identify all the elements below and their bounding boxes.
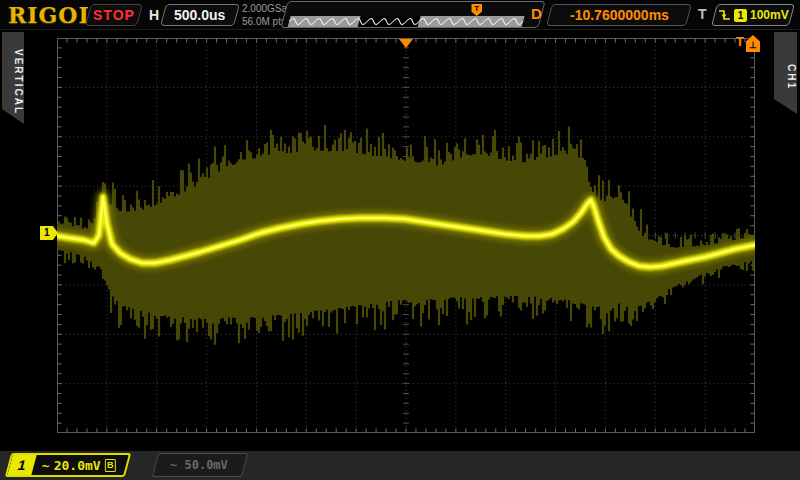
timebase-box[interactable]: 500.0us	[160, 4, 240, 26]
run-state-label: STOP	[93, 7, 135, 23]
ch1-status-box[interactable]: 1 ~ 20.0mV B	[5, 453, 131, 477]
ch2-coupling-and-scale: ~ 50.0mV	[170, 458, 228, 472]
horizontal-label: H	[149, 7, 159, 23]
trigger-delay-value: -10.7600000ms	[570, 7, 669, 23]
measurement-freq-ch1[interactable]: Freq = 411.5 Hz	[65, 437, 182, 452]
ch1-coupling-icon: ~	[42, 458, 50, 473]
trigger-delay-box[interactable]: -10.7600000ms	[546, 4, 692, 26]
trigger-label: T	[698, 6, 707, 22]
waveform-display-area	[57, 38, 755, 433]
waveform-preview-bar[interactable]: T	[280, 1, 545, 28]
memory-waveform-thumbnail	[285, 2, 542, 29]
rigol-logo: RIGOL	[8, 2, 95, 28]
trigger-level-offscreen-marker: T ⊥	[736, 35, 760, 52]
run-stop-status[interactable]: STOP	[85, 4, 143, 26]
ch2-status-box[interactable]: ~ 50.0mV	[152, 453, 248, 477]
trigger-source-badge: 1	[734, 9, 747, 22]
trigger-level-up-arrow-icon: ⊥	[746, 35, 760, 52]
falling-edge-icon	[718, 8, 731, 22]
measurement-vpp-ch2-selected[interactable]: Vpp = ****	[637, 437, 715, 452]
ch1-scale-value: 20.0mV	[54, 458, 101, 473]
oscilloscope-screen: RIGOL STOP H 500.0us 2.000GSa/s 56.0M pt…	[0, 0, 800, 480]
delay-label: D	[531, 5, 542, 22]
measurement-period-ch1[interactable]: Period = 2.430ms	[205, 437, 330, 452]
measurement-vpp-ch1[interactable]: Vpp = 67.2mV	[350, 437, 444, 452]
trigger-settings-box[interactable]: 1 100mV	[711, 4, 795, 26]
tab-vertical-menu[interactable]: VERTICAL	[2, 32, 24, 124]
timebase-value: 500.0us	[174, 7, 225, 23]
top-status-bar: RIGOL STOP H 500.0us 2.000GSa/s 56.0M pt…	[0, 0, 800, 30]
trigger-level-value: 100mV	[750, 8, 789, 22]
trigger-position-triangle[interactable]	[399, 39, 413, 48]
ch1-bandwidth-limit-icon: B	[105, 459, 116, 472]
ch1-ground-level-flag[interactable]: 1	[40, 226, 58, 240]
trigger-t-label: T	[736, 35, 744, 49]
measurement-freq-ch2[interactable]: Freq = *****	[495, 437, 589, 452]
ch1-number-badge: 1	[7, 453, 37, 477]
tab-ch1-menu[interactable]: CH1	[774, 32, 797, 114]
channel-status-bar: 1 ~ 20.0mV B 2 ~ 50.0mV 02:04	[0, 451, 800, 480]
